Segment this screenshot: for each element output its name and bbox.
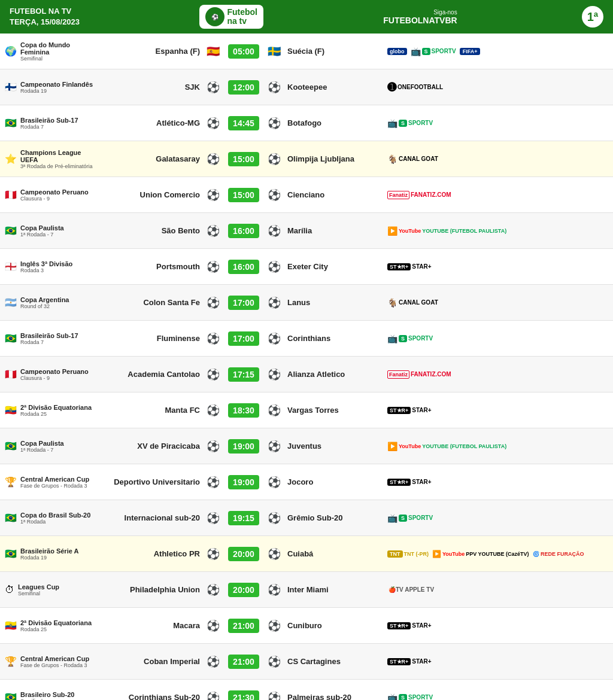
broadcaster-youtube: ▶️YouTubeYOUTUBE (FUTEBOL PAULISTA) bbox=[387, 442, 506, 451]
home-team-icon: ⚽ bbox=[204, 224, 223, 238]
home-team-icon: ⚽ bbox=[204, 260, 223, 273]
broadcaster-sportv: 📺SSPORTV bbox=[387, 513, 433, 523]
competition-round: Fase de Grupos - Rodada 3 bbox=[20, 483, 89, 489]
competition-info: 🇧🇷 Copa Paulista 1ª Rodada - 7 bbox=[0, 222, 105, 240]
home-team-icon: ⚽ bbox=[204, 153, 223, 166]
competition-info: ⏱ Leagues Cup Semifinal bbox=[0, 581, 105, 599]
away-team: CS Cartagines bbox=[284, 657, 383, 666]
away-team-icon: ⚽ bbox=[265, 440, 284, 453]
broadcaster-onefootball: ➊ONEFOOTBALL bbox=[387, 81, 443, 94]
competition-flag: 🇧🇷 bbox=[5, 333, 17, 344]
home-team-icon: ⚽ bbox=[204, 188, 223, 202]
home-team-icon: ⚽ bbox=[204, 583, 223, 596]
competition-flag: 🇵🇪 bbox=[5, 369, 17, 380]
broadcasters: ▶️YouTubeYOUTUBE (FUTEBOL PAULISTA) bbox=[383, 442, 613, 451]
match-time: 15:00 bbox=[223, 188, 265, 202]
competition-round: Rodada 7 bbox=[20, 339, 78, 345]
competition-name: Campeonato Peruano bbox=[20, 188, 89, 196]
time-box: 20:00 bbox=[228, 583, 259, 597]
competition-name: Inglês 3ª Divisão bbox=[20, 260, 72, 267]
match-time: 16:00 bbox=[223, 224, 265, 238]
match-time: 17:00 bbox=[223, 296, 265, 310]
match-time: 14:45 bbox=[223, 116, 265, 130]
competition-name: Copa Argentina bbox=[20, 296, 69, 303]
home-team-icon: ⚽ bbox=[204, 655, 223, 668]
time-box: 21:00 bbox=[228, 655, 259, 669]
home-team: Philadelphia Union bbox=[105, 585, 204, 594]
match-row: 🌍 Copa do Mundo Feminina Semifinal Espan… bbox=[0, 34, 613, 69]
home-team: São Bento bbox=[105, 226, 204, 235]
competition-flag: 🇧🇷 bbox=[5, 440, 17, 452]
match-time: 17:15 bbox=[223, 367, 265, 382]
broadcasters: ST★R+STAR+ bbox=[383, 622, 613, 629]
competition-name: Brasileirão Série A bbox=[20, 547, 78, 555]
competition-details: Copa do Mundo Feminina Semifinal bbox=[20, 41, 100, 62]
home-team: XV de Piracicaba bbox=[105, 442, 204, 451]
match-time: 15:00 bbox=[223, 152, 265, 166]
time-box: 17:15 bbox=[228, 367, 259, 382]
time-box: 21:00 bbox=[228, 619, 259, 633]
competition-details: Copa Argentina Round of 32 bbox=[20, 296, 69, 309]
competition-info: 🇫🇮 Campeonato Finlandês Rodada 19 bbox=[0, 78, 105, 96]
logo-box: ⚽ Futebolna tv bbox=[199, 5, 263, 29]
competition-name: Campeonato Finlandês bbox=[20, 81, 93, 88]
competition-round: 1ª Rodada - 7 bbox=[20, 447, 64, 453]
social-handle: FUTEBOLNATVBR bbox=[383, 16, 457, 25]
home-team: Espanha (F) bbox=[105, 47, 204, 56]
home-team-icon: ⚽ bbox=[204, 691, 223, 701]
broadcaster-canal-goat: 🐐CANAL GOAT bbox=[387, 154, 438, 164]
away-team-icon: ⚽ bbox=[265, 512, 284, 525]
match-time: 21:00 bbox=[223, 655, 265, 669]
broadcasters: 📺SSPORTV bbox=[383, 118, 613, 128]
away-team-icon: ⚽ bbox=[265, 691, 284, 701]
home-team: Deportivo Universitario bbox=[105, 477, 204, 486]
away-team: Jocoro bbox=[284, 477, 383, 486]
match-time: 18:30 bbox=[223, 403, 265, 418]
competition-info: 🇧🇷 Copa Paulista 1ª Rodada - 7 bbox=[0, 437, 105, 455]
broadcasters: TNTTNT (-PR) ▶️YouTubePPV YOUTUBE (CazéT… bbox=[383, 550, 613, 558]
away-team-icon: ⚽ bbox=[265, 224, 284, 238]
broadcaster-sportv: 📺SSPORTV bbox=[387, 118, 433, 128]
competition-details: Brasileirão Sub-17 Rodada 7 bbox=[20, 117, 78, 130]
broadcasters: FanatizFANATIZ.COM bbox=[383, 370, 613, 379]
away-team-icon: ⚽ bbox=[265, 81, 284, 94]
match-row: 🇪🇨 2ª Divisão Equatoriana Rodada 25 Mant… bbox=[0, 392, 613, 428]
competition-round: Rodada 3 bbox=[20, 267, 72, 273]
match-time: 05:00 bbox=[223, 44, 265, 59]
home-team-icon: ⚽ bbox=[204, 368, 223, 381]
competition-details: Copa Paulista 1ª Rodada - 7 bbox=[20, 440, 64, 453]
time-box: 15:00 bbox=[228, 188, 259, 202]
logo-ball: ⚽ bbox=[205, 7, 224, 26]
competition-details: Campeonato Finlandês Rodada 19 bbox=[20, 81, 93, 94]
competition-info: 🇪🇨 2ª Divisão Equatoriana Rodada 25 bbox=[0, 617, 105, 635]
competition-flag: 🇧🇷 bbox=[5, 512, 17, 524]
home-team-icon: ⚽ bbox=[204, 117, 223, 130]
home-team: Academia Cantolao bbox=[105, 370, 204, 379]
competition-name: 2ª Divisão Equatoriana bbox=[20, 619, 92, 626]
home-team-icon: ⚽ bbox=[204, 547, 223, 561]
home-team-icon: ⚽ bbox=[204, 81, 223, 94]
broadcaster-tnt: TNTTNT (-PR) bbox=[387, 550, 429, 558]
away-team-icon: 🇸🇪 bbox=[265, 45, 284, 58]
away-team: Suécia (F) bbox=[284, 47, 383, 56]
away-team-icon: ⚽ bbox=[265, 404, 284, 417]
match-row: ⭐ Champions League UEFA 3ª Rodada de Pré… bbox=[0, 141, 613, 177]
competition-info: 🇧🇷 Brasileirão Série A Rodada 19 bbox=[0, 545, 105, 563]
round-badge: 1ª bbox=[582, 6, 603, 28]
competition-details: Brasileirão Sub-17 Rodada 7 bbox=[20, 332, 78, 345]
away-team-icon: ⚽ bbox=[265, 332, 284, 345]
home-team: Portsmouth bbox=[105, 262, 204, 271]
broadcaster-sportv: 📺SSPORTV bbox=[411, 47, 456, 56]
home-team: Union Comercio bbox=[105, 190, 204, 199]
competition-details: Campeonato Peruano Clausura - 9 bbox=[20, 188, 89, 202]
broadcasters: ST★R+STAR+ bbox=[383, 407, 613, 414]
competition-name: Copa Paulista bbox=[20, 224, 64, 232]
competition-info: 🏴󠁧󠁢󠁥󠁮󠁧󠁿 Inglês 3ª Divisão Rodada 3 bbox=[0, 258, 105, 276]
broadcasters: ST★R+STAR+ bbox=[383, 479, 613, 486]
competition-round: Fase de Grupos - Rodada 3 bbox=[20, 662, 89, 668]
competition-name: Copa do Brasil Sub-20 bbox=[20, 512, 90, 519]
competition-details: 2ª Divisão Equatoriana Rodada 25 bbox=[20, 404, 92, 417]
competition-info: 🇧🇷 Brasileirão Sub-17 Rodada 7 bbox=[0, 330, 105, 348]
time-box: 05:00 bbox=[228, 44, 259, 59]
away-team: Cuniburo bbox=[284, 621, 383, 630]
